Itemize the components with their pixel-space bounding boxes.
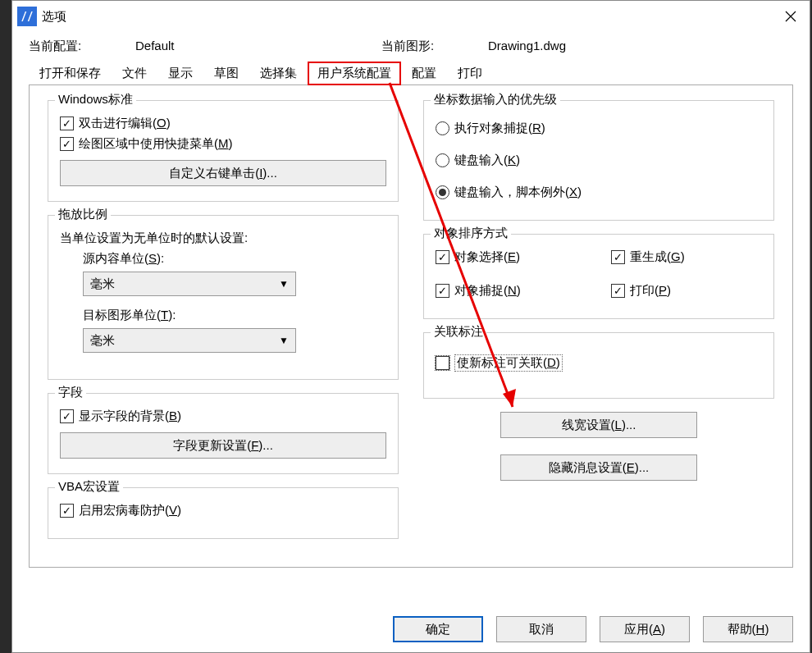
tab-open-save[interactable]: 打开和保存 [29, 62, 112, 85]
tab-panel: Windows标准 双击进行编辑(O) 绘图区域中使用快捷菜单(M) 自定义右键… [29, 85, 793, 568]
cancel-button[interactable]: 取消 [496, 616, 586, 642]
checkbox-icon [611, 250, 625, 264]
right-column: 坐标数据输入的优先级 执行对象捕捉(R) 键盘输入(K) 键盘输入，脚本例外(X… [423, 100, 774, 552]
group-title: Windows标准 [55, 92, 136, 107]
lineweight-button[interactable]: 线宽设置(L)... [500, 412, 697, 438]
ok-button[interactable]: 确定 [393, 616, 483, 642]
close-button[interactable] [772, 1, 810, 32]
group-title: 对象排序方式 [431, 226, 511, 241]
help-button[interactable]: 帮助(H) [703, 616, 793, 642]
radio-obj-snap[interactable]: 执行对象捕捉(R) [436, 121, 762, 136]
source-unit-select[interactable]: 毫米 ▼ [83, 272, 296, 296]
checkbox-obj-snap[interactable]: 对象捕捉(N) [436, 283, 586, 299]
group-windows-standard: Windows标准 双击进行编辑(O) 绘图区域中使用快捷菜单(M) 自定义右键… [48, 100, 399, 202]
group-title: 拖放比例 [55, 207, 111, 222]
titlebar: 选项 [12, 1, 810, 32]
scale-desc: 当单位设置为无单位时的默认设置: [60, 231, 386, 246]
checkbox-print[interactable]: 打印(P) [611, 283, 762, 299]
group-assoc-dim: 关联标注 使新标注可关联(D) [423, 332, 774, 399]
field-update-button[interactable]: 字段更新设置(F)... [60, 432, 386, 459]
dialog-footer: 确定 取消 应用(A) 帮助(H) [393, 616, 793, 642]
group-field: 字段 显示字段的背景(B) 字段更新设置(F)... [48, 393, 399, 474]
checkbox-icon [60, 409, 74, 423]
checkbox-icon [611, 284, 625, 298]
group-title: VBA宏设置 [55, 479, 123, 495]
checkbox-icon [436, 250, 449, 264]
checkbox-icon [436, 284, 449, 298]
tab-bar: 打开和保存 文件 显示 草图 选择集 用户系统配置 配置 打印 [29, 61, 793, 85]
radio-keyboard[interactable]: 键盘输入(K) [436, 153, 762, 168]
group-coord-priority: 坐标数据输入的优先级 执行对象捕捉(R) 键盘输入(K) 键盘输入，脚本例外(X… [423, 100, 774, 221]
radio-keyboard-except[interactable]: 键盘输入，脚本例外(X) [436, 185, 762, 200]
info-row: 当前配置: Default 当前图形: Drawing1.dwg [29, 39, 793, 54]
checkbox-obj-select[interactable]: 对象选择(E) [436, 249, 586, 265]
group-title: 关联标注 [431, 324, 486, 340]
group-drag-scale: 拖放比例 当单位设置为无单位时的默认设置: 源内容单位(S): 毫米 ▼ 目标图… [48, 215, 399, 380]
checkbox-icon [436, 356, 449, 370]
radio-icon [436, 185, 449, 199]
tab-config[interactable]: 配置 [401, 62, 447, 85]
target-unit-label: 目标图形单位(T): [83, 308, 386, 323]
radio-icon [436, 121, 449, 135]
radio-icon [436, 153, 449, 167]
checkbox-field-bg[interactable]: 显示字段的背景(B) [60, 409, 386, 424]
window-title: 选项 [42, 9, 66, 25]
group-title: 字段 [55, 385, 86, 400]
current-drawing-label: 当前图形: [381, 39, 488, 54]
apply-button[interactable]: 应用(A) [600, 616, 690, 642]
left-column: Windows标准 双击进行编辑(O) 绘图区域中使用快捷菜单(M) 自定义右键… [48, 100, 399, 552]
group-obj-sort: 对象排序方式 对象选择(E) 重生成(G) 对象捕捉(N) [423, 234, 774, 319]
tab-selection[interactable]: 选择集 [249, 62, 308, 85]
checkbox-macro-virus[interactable]: 启用宏病毒防护(V) [60, 503, 386, 518]
options-dialog: 选项 当前配置: Default 当前图形: Drawing1.dwg 打开和保… [11, 0, 810, 653]
checkbox-dblclick-edit[interactable]: 双击进行编辑(O) [60, 116, 386, 131]
tab-user-pref[interactable]: 用户系统配置 [308, 62, 401, 85]
current-profile-label: 当前配置: [29, 39, 135, 54]
chevron-down-icon: ▼ [279, 278, 289, 290]
tab-display[interactable]: 显示 [157, 62, 203, 85]
current-drawing-value: Drawing1.dwg [488, 39, 734, 54]
checkbox-icon [60, 504, 74, 518]
current-profile-value: Default [135, 39, 381, 54]
checkbox-icon [60, 137, 74, 151]
close-icon [785, 11, 796, 22]
group-vba: VBA宏设置 启用宏病毒防护(V) [48, 487, 399, 539]
target-unit-select[interactable]: 毫米 ▼ [83, 328, 296, 353]
tab-sketch[interactable]: 草图 [203, 62, 249, 85]
app-icon [17, 7, 37, 26]
checkbox-shortcut-menu[interactable]: 绘图区域中使用快捷菜单(M) [60, 136, 386, 152]
chevron-down-icon: ▼ [279, 335, 289, 346]
hidden-msg-button[interactable]: 隐藏消息设置(E)... [500, 454, 697, 481]
group-title: 坐标数据输入的优先级 [431, 92, 560, 107]
source-unit-label: 源内容单位(S): [83, 251, 386, 267]
checkbox-regen[interactable]: 重生成(G) [611, 249, 762, 265]
checkbox-icon [60, 116, 74, 130]
tab-file[interactable]: 文件 [112, 62, 157, 85]
checkbox-assoc-dim[interactable]: 使新标注可关联(D) [436, 354, 762, 372]
tab-print[interactable]: 打印 [447, 62, 493, 85]
custom-rightclick-button[interactable]: 自定义右键单击(I)... [60, 160, 386, 186]
